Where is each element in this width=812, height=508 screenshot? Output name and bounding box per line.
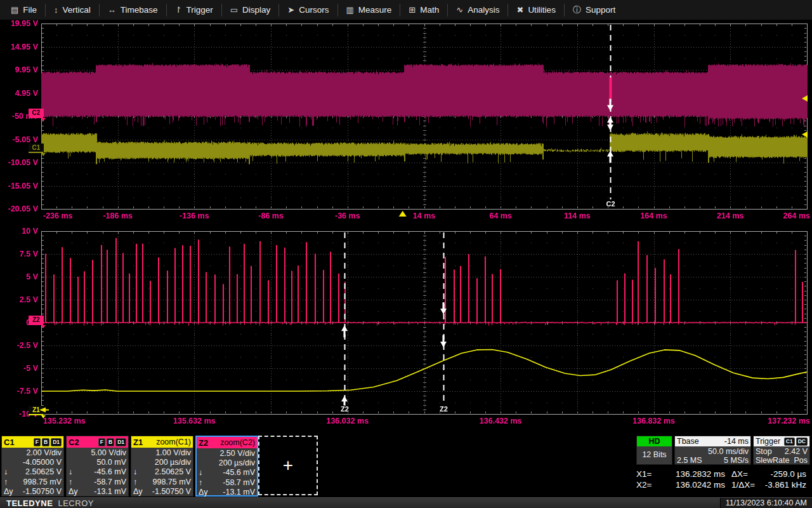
invdx-value: -3.861 kHz (758, 479, 810, 490)
descriptor-c2-values: 5.00 V/div50.0 mV↓-45.6 mV↑-58.7 mVΔy-13… (67, 448, 128, 497)
trigger-source-badge: C1 (784, 438, 795, 446)
menu-cursors-label: Cursors (299, 5, 329, 15)
menu-timebase[interactable]: ↔Timebase (100, 0, 166, 20)
row-value: 2.50625 V (155, 467, 191, 477)
descriptor-c1-header: C1FBD1 (2, 436, 63, 448)
descriptor-value-row: ↓-45.6 mV (69, 467, 126, 477)
descriptor-z1-header: Z1zoom(C1) (131, 436, 193, 448)
descriptor-value-row: 200 µs/div (133, 458, 191, 467)
menu-display[interactable]: ▭Display (222, 0, 279, 20)
menu-measure-label: Measure (358, 5, 392, 15)
menu-measure-icon: ▥ (346, 5, 354, 15)
hd-mode-box[interactable]: HD 12 Bits (636, 436, 672, 465)
menu-vertical[interactable]: ↕Vertical (46, 0, 99, 20)
waveform-display[interactable] (0, 20, 812, 433)
menu-math[interactable]: ⊞Math (400, 0, 447, 20)
descriptor-z2-values: 2.50 V/div200 µs/div↓-45.6 mV↑-58.7 mVΔy… (197, 448, 257, 497)
row-value: -13.1 mV (94, 487, 126, 497)
descriptor-value-row: ↑998.75 mV (4, 478, 62, 487)
descriptor-value-row: 50.0 mV (69, 458, 126, 467)
x1-label: X1= (636, 469, 664, 479)
menu-cursors[interactable]: ➤Cursors (279, 0, 337, 20)
row-value: -45.6 mV (94, 467, 126, 477)
menu-display-label: Display (242, 5, 270, 15)
invdx-label: 1/ΔX= (725, 479, 758, 490)
menu-utilities-label: Utilities (528, 5, 556, 15)
descriptor-value-row: ↑-58.7 mV (69, 478, 126, 487)
menu-file-icon: ▤ (11, 5, 18, 15)
descriptor-value-row: Δy-1.50750 V (133, 487, 191, 497)
timebase-title: Tbase (677, 437, 699, 446)
descriptor-c2-header: C2FBD1 (67, 436, 128, 448)
trigger-level: 2.42 V (785, 447, 808, 456)
row-key: ↑ (4, 478, 8, 487)
trace-descriptor-z1[interactable]: Z1zoom(C1)1.00 V/div200 µs/div↓2.50625 V… (131, 436, 193, 497)
descriptor-z2-header: Z2zoom(C2) (197, 437, 257, 448)
trace-descriptor-c1[interactable]: C1FBD12.00 V/div-4.05000 V↓2.50625 V↑998… (1, 436, 64, 497)
x2-value: 136.0242 ms (664, 479, 725, 490)
badge-f: F (98, 438, 105, 446)
row-value: -58.7 mV (223, 478, 255, 488)
badge-b: B (42, 438, 49, 446)
descriptor-value-row: Δy-1.50750 V (4, 487, 62, 497)
descriptor-value-row: ↓-45.6 mV (199, 468, 255, 478)
row-key: Δy (69, 487, 78, 497)
x2-label: X2= (636, 479, 664, 490)
x1-value: 136.2832 ms (664, 469, 725, 479)
row-key: Δy (199, 488, 208, 497)
row-value: -58.7 mV (94, 478, 126, 487)
dx-label: ΔX= (725, 469, 758, 479)
menu-display-icon: ▭ (230, 5, 238, 15)
timebase-delay: -14 ms (724, 437, 749, 446)
descriptor-z2-subtitle: zoom(C2) (220, 438, 255, 447)
row-key: ↓ (199, 468, 202, 478)
badge-d1: D1 (115, 438, 126, 446)
menu-support-label: Support (586, 5, 615, 15)
descriptor-value-row: ↓2.50625 V (4, 467, 62, 477)
row-key: ↓ (133, 467, 137, 477)
descriptor-value-row: ↑-58.7 mV (199, 478, 255, 488)
timebase-box[interactable]: Tbase -14 ms 50.0 ms/div 2.5 MS 5 MS/s (674, 436, 751, 465)
descriptor-value-row: Δy-13.1 mV (199, 488, 255, 497)
add-trace-button[interactable]: + (258, 436, 318, 495)
menu-vertical-label: Vertical (63, 5, 91, 15)
menu-timebase-icon: ↔ (108, 5, 116, 15)
timebase-rate: 5 MS/s (724, 456, 749, 465)
status-bar: TELEDYNE LECROY 11/13/2023 6:10:40 AM (0, 497, 812, 508)
descriptor-value-row: ↓2.50625 V (133, 467, 191, 477)
row-value: 998.75 mV (23, 478, 62, 487)
trace-descriptor-c2[interactable]: C2FBD15.00 V/div50.0 mV↓-45.6 mV↑-58.7 m… (66, 436, 129, 497)
row-key: Δy (133, 487, 143, 497)
row-key: ↓ (69, 467, 72, 477)
row-key: ↑ (199, 478, 202, 488)
menu-analysis[interactable]: ∿Analysis (448, 0, 508, 20)
descriptor-value-row: 2.50 V/div (199, 449, 255, 458)
cursor-readout: X1= 136.2832 ms ΔX= -259.0 µs X2= 136.02… (636, 469, 810, 490)
menu-support[interactable]: ⓘSupport (565, 0, 624, 20)
trace-descriptor-z2[interactable]: Z2zoom(C2)2.50 V/div200 µs/div↓-45.6 mV↑… (195, 436, 258, 497)
menu-measure[interactable]: ▥Measure (338, 0, 400, 20)
descriptor-z2-title: Z2 (199, 438, 208, 448)
descriptor-value-row: 2.00 V/div (4, 448, 62, 458)
badge-b: B (107, 438, 114, 446)
trigger-box[interactable]: Trigger C1 DC Stop 2.42 V SlewRate Pos (753, 436, 810, 465)
datetime-display[interactable]: 11/13/2023 6:10:40 AM (720, 498, 812, 508)
row-value: 2.50625 V (25, 467, 62, 477)
menu-utilities[interactable]: ✖Utilities (508, 0, 563, 20)
row-key: ↑ (69, 478, 72, 487)
badge-d1: D1 (51, 438, 62, 446)
timebase-scale: 50.0 ms/div (708, 447, 749, 456)
trigger-coupling-badge: DC (796, 438, 808, 446)
hd-mode-header: HD (637, 436, 672, 446)
row-value: -1.50750 V (152, 487, 191, 497)
menu-trigger-label: Trigger (187, 5, 213, 15)
row-value: 2.50 V/div (219, 449, 255, 458)
plus-icon: + (283, 455, 293, 476)
menu-trigger[interactable]: ↾Trigger (167, 0, 221, 20)
menu-file[interactable]: ▤File (3, 0, 45, 20)
trigger-mode: Stop (756, 447, 772, 456)
descriptor-value-row: Δy-13.1 mV (69, 487, 126, 497)
menu-file-label: File (23, 5, 37, 15)
row-value: 1.00 V/div (155, 448, 191, 458)
descriptor-c1-badges: FBD1 (34, 438, 62, 446)
